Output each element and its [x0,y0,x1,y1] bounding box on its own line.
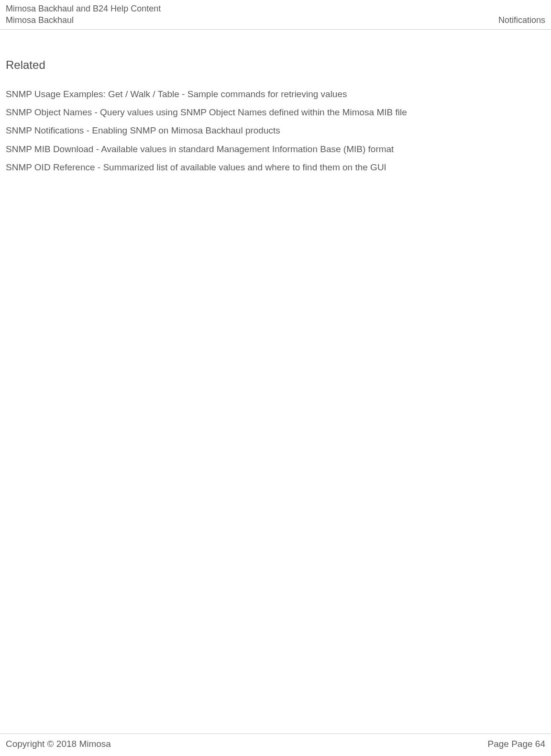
related-item: SNMP OID Reference - Summarized list of … [6,160,545,175]
footer-copyright: Copyright © 2018 Mimosa [6,739,111,749]
page-footer: Copyright © 2018 Mimosa Page Page 64 [0,734,551,756]
page-header: Mimosa Backhaul and B24 Help Content Mim… [0,0,551,30]
related-item: SNMP Object Names - Query values using S… [6,105,545,120]
page-content: Related SNMP Usage Examples: Get / Walk … [0,30,551,175]
header-subtitle: Mimosa Backhaul [6,14,74,26]
related-list: SNMP Usage Examples: Get / Walk / Table … [6,87,545,175]
related-item: SNMP Usage Examples: Get / Walk / Table … [6,87,545,101]
header-title: Mimosa Backhaul and B24 Help Content [6,3,161,14]
header-section-label: Notifications [498,15,545,25]
related-item: SNMP Notifications - Enabling SNMP on Mi… [6,123,545,138]
related-item: SNMP MIB Download - Available values in … [6,142,545,156]
footer-page-number: Page Page 64 [488,739,545,749]
related-heading: Related [6,58,545,72]
